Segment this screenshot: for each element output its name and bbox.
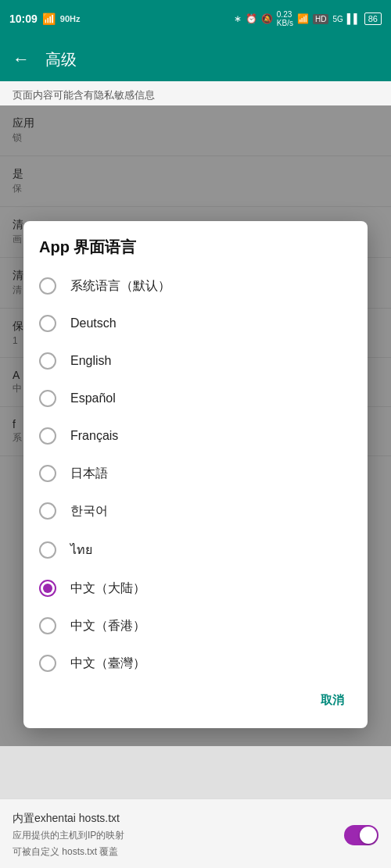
option-label-deutsch: Deutsch <box>70 316 117 330</box>
radio-espanol <box>39 390 56 407</box>
language-option-francais[interactable]: Français <box>23 417 368 455</box>
5g-icon: 5G <box>332 15 343 23</box>
language-option-thai[interactable]: ไทย <box>23 530 368 570</box>
status-bar: 10:09 📶 90Hz ∗ ⏰ 🔕 0.23KB/s 📶 HD 5G ▌▌ 8… <box>0 0 391 38</box>
radio-deutsch <box>39 315 56 332</box>
hd-badge: HD <box>313 14 328 24</box>
time-display: 10:09 <box>9 13 38 25</box>
language-option-english[interactable]: English <box>23 342 368 380</box>
bluetooth-icon: ∗ <box>234 13 242 24</box>
app-bar: ← 高级 <box>0 38 391 81</box>
option-label-korean: 한국어 <box>70 503 108 520</box>
hosts-subtitle: 应用提供的主机到IP的映射 <box>13 828 124 842</box>
radio-system <box>39 277 56 295</box>
language-option-espanol[interactable]: Español <box>23 380 368 417</box>
language-option-chinese-tw[interactable]: 中文（臺灣） <box>23 645 368 682</box>
language-option-deutsch[interactable]: Deutsch <box>23 305 368 342</box>
option-label-english: English <box>70 354 111 368</box>
battery-icon: 86 <box>364 13 382 25</box>
data-speed: 0.23KB/s <box>277 10 293 27</box>
warning-text: 页面内容可能含有隐私敏感信息 <box>13 89 155 101</box>
mute-icon: 🔕 <box>261 13 273 24</box>
option-label-francais: Français <box>70 429 118 443</box>
language-option-chinese-hk[interactable]: 中文（香港） <box>23 607 368 645</box>
radio-chinese-hk <box>39 617 56 634</box>
radio-thai <box>39 541 56 559</box>
dialog-title: App 界面语言 <box>23 237 368 267</box>
signal-icon: 📶 <box>42 13 56 25</box>
option-label-japanese: 日本語 <box>70 466 108 482</box>
back-button[interactable]: ← <box>13 49 30 70</box>
option-label-chinese-tw: 中文（臺灣） <box>70 655 145 672</box>
status-bar-left: 10:09 📶 90Hz <box>9 13 81 25</box>
language-option-japanese[interactable]: 日本語 <box>23 455 368 492</box>
option-label-chinese-hk: 中文（香港） <box>70 618 145 634</box>
radio-japanese <box>39 465 56 482</box>
option-label-chinese-mainland: 中文（大陆） <box>70 580 145 597</box>
page-title: 高级 <box>45 49 77 70</box>
radio-english <box>39 352 56 370</box>
option-label-espanol: Español <box>70 391 116 405</box>
language-dialog: App 界面语言 系统语言（默认） Deutsch English Españo… <box>23 221 368 728</box>
radio-korean <box>39 502 56 520</box>
bottom-section: 内置exhentai hosts.txt 应用提供的主机到IP的映射 可被自定义… <box>0 798 391 868</box>
radio-francais <box>39 427 56 445</box>
signal-bars: ▌▌ <box>347 13 361 24</box>
hosts-toggle-row: 内置exhentai hosts.txt 应用提供的主机到IP的映射 可被自定义… <box>13 812 378 859</box>
option-label-system: 系统语言（默认） <box>70 278 170 295</box>
language-option-chinese-mainland[interactable]: 中文（大陆） <box>23 570 368 607</box>
option-label-thai: ไทย <box>70 540 92 559</box>
dialog-actions: 取消 <box>23 682 368 720</box>
hosts-subtext: 可被自定义 hosts.txt 覆盖 <box>13 845 124 859</box>
status-bar-right: ∗ ⏰ 🔕 0.23KB/s 📶 HD 5G ▌▌ 86 <box>234 10 382 27</box>
language-option-system[interactable]: 系统语言（默认） <box>23 267 368 305</box>
alarm-icon: ⏰ <box>246 13 257 24</box>
language-options-list: 系统语言（默认） Deutsch English Español Françai… <box>23 267 368 682</box>
radio-chinese-tw <box>39 655 56 672</box>
privacy-warning: 页面内容可能含有隐私敏感信息 <box>0 81 391 105</box>
cancel-button[interactable]: 取消 <box>313 688 352 713</box>
hz-badge: 90Hz <box>60 14 81 23</box>
hosts-setting-text: 内置exhentai hosts.txt 应用提供的主机到IP的映射 可被自定义… <box>13 812 124 859</box>
radio-chinese-mainland <box>39 580 56 597</box>
hosts-toggle[interactable] <box>344 825 378 845</box>
wifi-icon: 📶 <box>297 13 309 24</box>
hosts-title: 内置exhentai hosts.txt <box>13 812 124 826</box>
language-option-korean[interactable]: 한국어 <box>23 492 368 530</box>
settings-content: 应用锁 是保 清画 车 清清 保1 A中 f系 App 界面语言 系统语言（默认… <box>0 105 391 746</box>
